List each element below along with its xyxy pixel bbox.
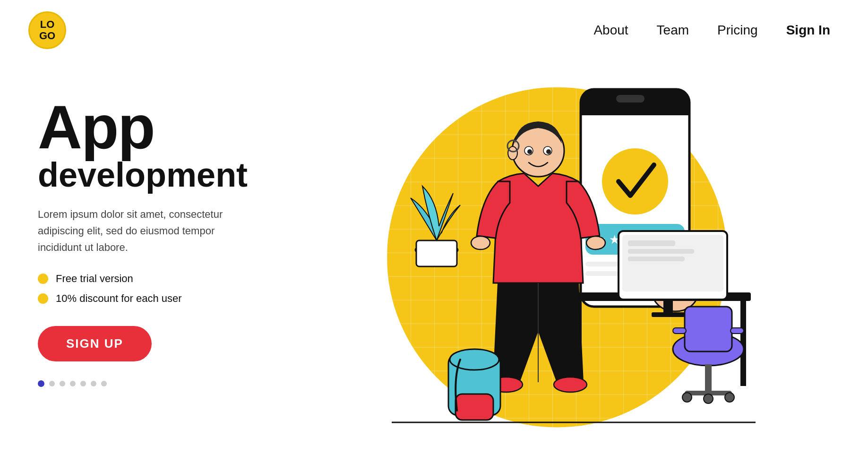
svg-rect-24 — [663, 300, 673, 314]
nav-team[interactable]: Team — [657, 23, 689, 38]
svg-rect-22 — [628, 249, 694, 254]
svg-point-33 — [704, 394, 713, 403]
svg-rect-4 — [581, 103, 689, 115]
features-list: Free trial version 10% discount for each… — [38, 273, 284, 305]
plant-group — [411, 186, 460, 266]
hero-title-app: App — [38, 96, 284, 158]
dot-6[interactable] — [91, 381, 96, 386]
svg-rect-29 — [730, 328, 744, 334]
svg-rect-23 — [628, 257, 685, 261]
feature-item-2: 10% discount for each user — [38, 292, 284, 305]
illustration: ★ ★ ★ ★ ★ — [344, 66, 770, 463]
svg-rect-30 — [705, 364, 712, 393]
svg-rect-27 — [685, 307, 732, 352]
bullet-icon-2 — [38, 293, 48, 304]
svg-point-44 — [527, 149, 532, 154]
dot-3[interactable] — [60, 381, 65, 386]
hero-left: App development Lorem ipsum dolor sit am… — [38, 68, 284, 387]
bullet-icon-1 — [38, 274, 48, 284]
svg-point-41 — [554, 377, 587, 392]
dot-4[interactable] — [70, 381, 76, 386]
feature-text-2: 10% discount for each user — [56, 292, 182, 305]
svg-point-37 — [471, 236, 490, 249]
chair-group — [673, 307, 744, 403]
dot-1[interactable] — [38, 380, 44, 387]
nav-signin[interactable]: Sign In — [786, 23, 830, 38]
signup-button[interactable]: SIGN UP — [38, 326, 152, 361]
svg-point-32 — [682, 393, 692, 402]
hero-illustration: ★ ★ ★ ★ ★ — [284, 68, 830, 460]
logo-text: LO GO — [39, 19, 55, 42]
nav-pricing[interactable]: Pricing — [717, 23, 758, 38]
dot-2[interactable] — [49, 381, 55, 386]
pagination-dots — [38, 380, 284, 387]
nav-about[interactable]: About — [593, 23, 628, 38]
feature-item-1: Free trial version — [38, 273, 284, 285]
dot-7[interactable] — [101, 381, 107, 386]
svg-point-36 — [508, 146, 517, 160]
svg-rect-1 — [416, 240, 457, 266]
nav-menu: About Team Pricing Sign In — [593, 23, 830, 38]
svg-rect-25 — [652, 312, 685, 317]
svg-point-6 — [602, 148, 668, 214]
hero-description: Lorem ipsum dolor sit amet, consectetur … — [38, 206, 227, 256]
svg-rect-21 — [628, 240, 675, 246]
main-illustration-svg: ★ ★ ★ ★ ★ — [344, 66, 770, 463]
svg-point-34 — [725, 393, 734, 402]
svg-point-38 — [586, 236, 605, 249]
dot-5[interactable] — [80, 381, 86, 386]
logo[interactable]: LO GO — [28, 11, 66, 49]
svg-point-45 — [546, 149, 551, 154]
backpack-group — [448, 349, 500, 420]
svg-rect-49 — [455, 394, 493, 420]
hero-title-development: development — [38, 158, 284, 192]
svg-rect-28 — [673, 328, 686, 334]
feature-text-1: Free trial version — [56, 273, 133, 285]
svg-rect-5 — [616, 95, 645, 103]
